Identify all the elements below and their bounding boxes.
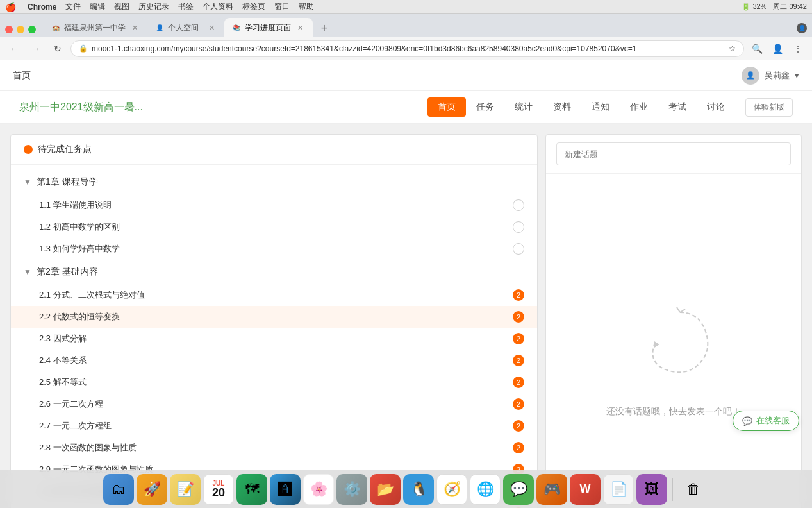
- menu-view[interactable]: 视图: [114, 1, 129, 12]
- toolbar-icons: 🔍 👤 ⋮: [748, 40, 807, 58]
- lesson-2-5-title: 2.5 解不等式: [39, 377, 513, 388]
- profile-icon[interactable]: 👤: [797, 23, 807, 33]
- tab-close-1[interactable]: ✕: [129, 22, 140, 33]
- lesson-2-8[interactable]: 2.8 一次函数的图象与性质 2: [11, 437, 537, 459]
- dock-chrome[interactable]: 🌐: [470, 474, 501, 505]
- tab-favicon-2: 👤: [155, 23, 164, 32]
- dock-finder[interactable]: 🗂: [103, 474, 134, 505]
- menu-window[interactable]: 窗口: [274, 1, 290, 12]
- lesson-2-6-badge: 2: [513, 398, 524, 410]
- clock: 周二 09:42: [773, 2, 807, 12]
- online-service-button[interactable]: 💬 在线客服: [733, 411, 799, 431]
- dock: 🗂 🚀 📝 JUL 20 🗺 🅰 🌸 ⚙️ 📂 🐧 🧭 🌐: [0, 470, 812, 508]
- dock-wechat[interactable]: 💬: [503, 474, 534, 505]
- course-header: 泉州一中2021级新高一暑... 首页 任务 统计 资料 通知 作业 考试 讨论…: [0, 91, 812, 124]
- menu-chrome[interactable]: Chrome: [28, 3, 56, 12]
- nav-homework[interactable]: 作业: [620, 97, 658, 117]
- lesson-1-1[interactable]: 1.1 学生端使用说明: [11, 194, 537, 216]
- user-menu[interactable]: 👤 吴莉鑫 ▾: [742, 67, 799, 85]
- lesson-1-2[interactable]: 1.2 初高中数学的区别: [11, 216, 537, 238]
- right-panel: 还没有话题哦，快去发表一个吧！: [545, 134, 802, 508]
- chapter-2-header[interactable]: ▼ 第2章 基础内容: [11, 260, 537, 284]
- search-icon[interactable]: 🔍: [748, 40, 766, 58]
- lesson-2-8-badge: 2: [513, 442, 524, 453]
- tab-title-3: 学习进度页面: [245, 22, 291, 33]
- menu-help[interactable]: 帮助: [299, 1, 314, 12]
- mac-menubar: 🍎 Chrome 文件 编辑 视图 历史记录 书签 个人资料 标签页 窗口 帮助…: [0, 0, 812, 14]
- nav-stats[interactable]: 统计: [504, 97, 543, 117]
- nav-discussion[interactable]: 讨论: [697, 97, 735, 117]
- more-options-icon[interactable]: ⋮: [789, 40, 807, 58]
- dock-system-preferences[interactable]: ⚙️: [336, 474, 367, 505]
- back-button[interactable]: ←: [5, 40, 23, 58]
- dock-launchpad[interactable]: 🚀: [137, 474, 167, 505]
- dock-calendar[interactable]: JUL 20: [203, 474, 234, 505]
- tab-personal[interactable]: 👤 个人空间 ✕: [147, 18, 224, 37]
- lesson-2-5[interactable]: 2.5 解不等式 2: [11, 371, 537, 393]
- dock-preview[interactable]: 🖼: [636, 474, 667, 505]
- dock-files[interactable]: 📂: [370, 474, 401, 505]
- dock-photos[interactable]: 🌸: [303, 474, 334, 505]
- course-title: 泉州一中2021级新高一暑...: [19, 101, 427, 114]
- forward-button[interactable]: →: [27, 40, 45, 58]
- nav-notices[interactable]: 通知: [581, 97, 620, 117]
- dock-notes[interactable]: 📝: [170, 474, 201, 505]
- menu-bookmarks[interactable]: 书签: [178, 1, 194, 12]
- lesson-2-2[interactable]: 2.2 代数式的恒等变换 2: [11, 306, 537, 328]
- home-link[interactable]: 首页: [13, 70, 31, 81]
- mac-menubar-right: 🔋 32% 周二 09:42: [742, 2, 807, 12]
- dock-editor[interactable]: 📄: [603, 474, 634, 505]
- lesson-2-3-badge: 2: [513, 333, 524, 344]
- address-input[interactable]: 🔒 mooc1-1.chaoxing.com/mycourse/studentc…: [70, 40, 744, 57]
- chapter-1-header[interactable]: ▼ 第1章 课程导学: [11, 170, 537, 194]
- discussion-empty-state: 还没有话题哦，快去发表一个吧！: [546, 174, 801, 508]
- maximize-window-button[interactable]: [28, 26, 36, 33]
- new-topic-input[interactable]: [556, 142, 791, 165]
- minimize-window-button[interactable]: [17, 26, 24, 33]
- bookmark-icon[interactable]: ☆: [729, 44, 736, 53]
- reload-button[interactable]: ↻: [49, 40, 67, 58]
- page-header: 首页 👤 吴莉鑫 ▾: [0, 60, 812, 91]
- lesson-2-7-badge: 2: [513, 420, 524, 432]
- lesson-2-6[interactable]: 2.6 一元二次方程 2: [11, 393, 537, 415]
- menu-file[interactable]: 文件: [65, 1, 81, 12]
- menu-profile[interactable]: 个人资料: [203, 1, 233, 12]
- empty-illustration: [622, 293, 725, 396]
- tab-learning[interactable]: 📚 学习进度页面 ✕: [224, 18, 313, 37]
- tab-fujian[interactable]: 🏫 福建泉州第一中学 ✕: [44, 18, 147, 37]
- tab-favicon-3: 📚: [232, 23, 241, 32]
- dock-game[interactable]: 🎮: [536, 474, 567, 505]
- dropdown-icon: ▾: [795, 71, 799, 80]
- chapter-2-title: 第2章 基础内容: [37, 266, 98, 278]
- tab-close-3[interactable]: ✕: [295, 22, 305, 33]
- task-dot-icon: [24, 145, 33, 154]
- dock-appstore[interactable]: 🅰: [270, 474, 301, 505]
- left-panel: 待完成任务点 ▼ 第1章 课程导学 1.1 学生端使用说明 1.2 初高中数学的…: [10, 134, 538, 508]
- lesson-2-8-title: 2.8 一次函数的图象与性质: [39, 442, 513, 453]
- nav-resources[interactable]: 资料: [543, 97, 581, 117]
- menu-tabs[interactable]: 标签页: [242, 1, 265, 12]
- nav-exams[interactable]: 考试: [658, 97, 697, 117]
- dock-maps[interactable]: 🗺: [236, 474, 267, 505]
- lesson-2-1[interactable]: 2.1 分式、二次根式与绝对值 2: [11, 284, 537, 306]
- new-tab-button[interactable]: +: [315, 19, 333, 37]
- apple-icon[interactable]: 🍎: [5, 2, 16, 12]
- experience-new-btn[interactable]: 体验新版: [745, 98, 793, 117]
- menu-edit[interactable]: 编辑: [90, 1, 105, 12]
- menu-history[interactable]: 历史记录: [138, 1, 169, 12]
- dock-wps[interactable]: W: [570, 474, 601, 505]
- lesson-2-7[interactable]: 2.7 一元二次方程组 2: [11, 415, 537, 437]
- lesson-1-3[interactable]: 1.3 如何学好高中数学: [11, 238, 537, 260]
- nav-tasks[interactable]: 任务: [466, 97, 504, 117]
- dock-safari[interactable]: 🧭: [436, 474, 467, 505]
- lesson-2-4[interactable]: 2.4 不等关系 2: [11, 350, 537, 371]
- user-profile-icon[interactable]: 👤: [768, 40, 786, 58]
- lesson-1-2-title: 1.2 初高中数学的区别: [39, 221, 513, 233]
- close-window-button[interactable]: [5, 26, 13, 33]
- dock-trash[interactable]: 🗑: [678, 474, 709, 505]
- tab-close-2[interactable]: ✕: [206, 22, 217, 33]
- dock-qq[interactable]: 🐧: [403, 474, 434, 505]
- lesson-2-3[interactable]: 2.3 因式分解 2: [11, 328, 537, 350]
- lesson-1-1-title: 1.1 学生端使用说明: [39, 199, 513, 211]
- nav-home[interactable]: 首页: [427, 97, 466, 117]
